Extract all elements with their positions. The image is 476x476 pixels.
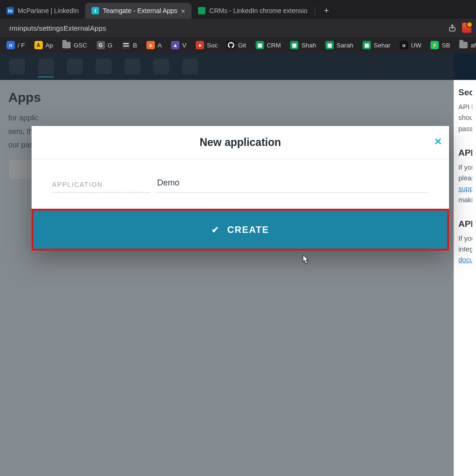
bookmark-v[interactable]: ▲V (168, 40, 189, 51)
sidebar-link[interactable]: docu (458, 256, 472, 264)
tab-divider (315, 7, 315, 16)
bookmark-icon: a (146, 41, 155, 49)
bookmark-git[interactable]: Git (224, 40, 249, 51)
sidebar-block-security: Secu API k shou passw (454, 80, 476, 140)
modal-title: New application (199, 136, 281, 149)
tab-bar: in McParlane | LinkedIn t Teamgate - Ext… (0, 0, 476, 19)
bookmark-sehar[interactable]: ▦Sehar (360, 40, 393, 51)
sheets-icon: ▦ (256, 41, 264, 49)
bookmark-icon: u (400, 41, 408, 49)
close-icon[interactable]: × (181, 7, 185, 15)
browser-chrome: in McParlane | LinkedIn t Teamgate - Ext… (0, 0, 476, 476)
bookmark-icon: ▲ (171, 41, 179, 49)
sheets-icon: ▦ (325, 41, 334, 49)
sheets-icon: ▦ (363, 41, 371, 49)
tab-title: McParlane | LinkedIn (18, 7, 79, 14)
tab-teamgate[interactable]: t Teamgate - External Apps × (85, 3, 192, 19)
app-viewport: Apps for applic sers, the our passw ent … (0, 53, 476, 476)
tab-crms[interactable]: CRMs - LinkedIn chrome extensio (192, 3, 314, 19)
bookmark-gsc[interactable]: GSC (60, 40, 90, 50)
url-field[interactable]: rminputs/settingsExternalApps (5, 21, 443, 35)
bookmark-shah[interactable]: ▦Shah (287, 40, 319, 51)
bookmark-uw[interactable]: uUW (397, 40, 424, 51)
bookmark-sarah[interactable]: ▦Sarah (323, 40, 356, 51)
new-tab-button[interactable]: + (320, 4, 333, 17)
tab-title: CRMs - LinkedIn chrome extensio (209, 7, 307, 14)
bookmark-crm[interactable]: ▦CRM (253, 40, 284, 51)
tab-linkedin[interactable]: in McParlane | LinkedIn (0, 3, 85, 19)
sidebar-block-api2: API If you integ docu (454, 212, 476, 272)
bookmark-affiliates[interactable]: affiliates (456, 40, 476, 50)
bookmark-g[interactable]: GG (94, 40, 116, 51)
page-sidebar: Secu API k shou passw API If you pleas s… (454, 80, 476, 476)
check-icon: ✔ (212, 225, 220, 235)
linkedin-icon: in (7, 7, 14, 14)
folder-icon (62, 42, 71, 48)
create-button-label: CREATE (227, 225, 269, 235)
share-icon[interactable] (447, 23, 457, 33)
field-label-application: APPLICATION (52, 181, 150, 193)
bookmarks-bar: n/ F AAp GSC GG B aA ▲V ●Soc Git ▦CRM ▦S… (0, 37, 476, 53)
sidebar-heading: Secu (458, 87, 472, 98)
sidebar-block-api1: API If you pleas supp maki (454, 140, 476, 212)
lightning-icon: ⚡ (430, 41, 439, 49)
bookmark-icon: ● (196, 41, 204, 49)
sidebar-link[interactable]: supp (458, 185, 472, 192)
create-button[interactable]: ✔ CREATE (32, 209, 449, 251)
modal-body: APPLICATION (32, 159, 449, 209)
modal-backdrop (0, 53, 454, 476)
stack-icon (122, 41, 130, 49)
sheets-icon (198, 7, 205, 14)
bookmark-sb[interactable]: ⚡SB (428, 40, 453, 51)
sidebar-heading: API (458, 219, 472, 229)
bookmark-a[interactable]: aA (144, 40, 165, 51)
bookmark-soc[interactable]: ●Soc (193, 40, 220, 51)
new-application-modal: New application × APPLICATION ✔ CREATE (32, 126, 449, 251)
close-icon[interactable]: × (435, 135, 442, 147)
bookmark-b[interactable]: B (119, 40, 140, 51)
modal-header: New application × (32, 126, 449, 159)
sidebar-heading: API (458, 148, 472, 158)
brave-shield-icon[interactable] (462, 23, 471, 33)
bookmark-icon: G (97, 41, 105, 49)
address-bar: rminputs/settingsExternalApps (0, 19, 476, 37)
application-name-input[interactable] (156, 176, 429, 193)
bookmark-icon: n (7, 41, 15, 49)
bookmark-icon: A (34, 41, 43, 49)
github-icon (227, 41, 235, 49)
sheets-icon: ▦ (290, 41, 298, 49)
teamgate-icon: t (92, 7, 99, 14)
tab-title: Teamgate - External Apps (103, 7, 177, 14)
bookmark-f[interactable]: n/ F (4, 40, 28, 51)
folder-icon (459, 42, 468, 48)
bookmark-ap[interactable]: AAp (32, 40, 56, 51)
